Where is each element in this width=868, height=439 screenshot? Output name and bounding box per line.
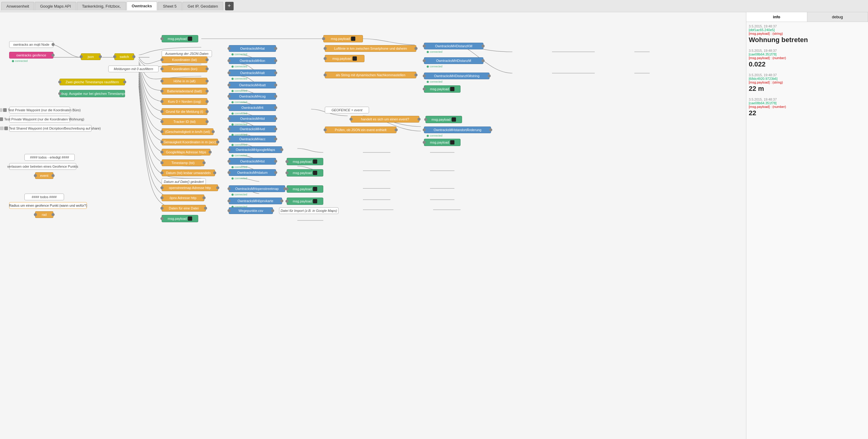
connected-label-standort: connected (427, 134, 442, 137)
debug-entry-1: 3.5.2015, 19:48:37 [dbf1ac65.240e5] [msg… (749, 24, 866, 44)
msg-payload-standort[interactable]: msg.payload (424, 139, 461, 146)
mhtid-node[interactable]: OwntracksMHtid connected (229, 115, 276, 122)
pruefen-json-node[interactable]: Prüfen, ob JSON ein event enthielt (325, 127, 397, 133)
tab-debug[interactable]: debug (807, 12, 868, 22)
port-in (423, 88, 426, 91)
test-wohnung-node[interactable]: Test Private Waypoint (nur die Koordinat… (9, 116, 70, 123)
msg-payload-top-node[interactable]: msg.payload (323, 35, 363, 42)
openstreetmap-node[interactable]: openstreetmap Adresse http (162, 184, 218, 191)
datum-lesbar-node[interactable]: Datum (tst) lesbar umwandeln (162, 169, 215, 176)
luftlinie-node[interactable]: Luftlinie in km zwischen Smartphone und … (325, 45, 416, 52)
event-node[interactable]: event (35, 172, 53, 179)
msg-payload-bottom-node[interactable]: msg.payload (162, 215, 198, 222)
googlemaps-https-node[interactable]: GoogleMaps Adresse https (162, 149, 211, 155)
switch-node[interactable]: switch (114, 53, 134, 60)
test-buero-node[interactable]: Test Private Waypoint (nur die Koordinat… (9, 107, 70, 114)
msg-payload-top2[interactable]: msg.payload (325, 55, 365, 62)
json-node[interactable]: json (81, 53, 101, 60)
batterie-node[interactable]: Batterieladestand (batt) (162, 88, 207, 95)
daten-datei-node[interactable]: Daten für eine Datei (162, 205, 206, 212)
todos-node[interactable]: #### todos #### (24, 194, 64, 200)
port-in (227, 137, 230, 140)
tracker-id-node[interactable]: Tracker ID (tid) (162, 118, 207, 125)
msg-payload-tst[interactable]: msg.payload (287, 158, 323, 165)
mqtt-node[interactable]: owntracks an mqtt Node (9, 41, 53, 48)
distanzm-node[interactable]: OwntracksMHDistanzM connected (424, 57, 484, 64)
debug-ausgabe-node[interactable]: Debug: Ausgabe nur bei gleichen Timestam… (60, 90, 125, 97)
distanzkm-node[interactable]: OwntracksMHDistanzKM connected (424, 43, 484, 50)
mhacc-node[interactable]: OwntracksMHacc connected (229, 136, 276, 143)
mhgooglemaps-node[interactable]: OwntracksMHgoogleMaps connected (229, 146, 282, 153)
msg-payload-datum[interactable]: msg.payload (287, 169, 323, 177)
mht-node[interactable]: OwntracksMHt connected (229, 104, 276, 111)
msg-payload-openstreetmap[interactable]: msg.payload (287, 185, 323, 193)
port-out (52, 43, 55, 46)
msg-payload-top1[interactable]: msg.payload (162, 35, 198, 42)
port-in (227, 187, 230, 190)
oepnv-node[interactable]: öpnv Adresse http (162, 194, 204, 201)
tab-getip[interactable]: Get IP, Geodaten (182, 2, 223, 10)
port-out (216, 140, 219, 144)
tab-info[interactable]: info (746, 12, 807, 22)
msg-payload-handelt[interactable]: msg.payload (426, 116, 462, 123)
verlassen-node[interactable]: verlassen oder betreten eines Geofence P… (9, 163, 76, 170)
mhlon-node[interactable]: OwntracksMHlon connected (229, 57, 276, 64)
todos-erledigt-node[interactable]: #### todos - erledigt #### (24, 154, 75, 161)
geofence-node[interactable]: owntracks geofence connected (9, 52, 53, 59)
tab-anwesenheit[interactable]: Anwesenheit (1, 2, 34, 10)
zwei-gleiche-node[interactable]: Zwei gleiche Timestamps rausfiltern (60, 79, 125, 85)
port-out (482, 59, 485, 62)
hoehe-node[interactable]: Höhe in m (alt) (162, 78, 207, 85)
port-out (206, 58, 209, 61)
tab-bar: Anwesenheit Google Maps API Tankerkönig,… (0, 0, 868, 12)
mhvel-node[interactable]: OwntracksMHvel connected (229, 126, 276, 132)
test-shared-node[interactable]: Test Shared Waypoint (mit Dicription/Bes… (9, 125, 92, 132)
debug-type-3: [msg.payload] : (string) (749, 81, 866, 84)
port-out (274, 160, 277, 163)
mhlat-node[interactable]: OwntracksMHlat connected (229, 45, 276, 52)
als-string-node[interactable]: als String mit dynamischen Nachkommastel… (325, 72, 416, 79)
filter-msg-node[interactable]: Meldungen mit 0 ausfiltern (108, 66, 159, 72)
debug-id-1: [dbf1ac65.240e5] (749, 28, 866, 32)
timestamp-node[interactable]: Timestamp (tst) (162, 159, 204, 166)
tab-google-maps[interactable]: Google Maps API (35, 2, 76, 10)
port-in (160, 171, 163, 175)
genauigkeit-node[interactable]: Genauigkeit Koordinaten in m (acc) (162, 139, 218, 146)
tab-owntracks[interactable]: Owntracks (127, 2, 157, 10)
grund-node[interactable]: Grund für die Meldung (t) (162, 108, 207, 115)
port-in (285, 200, 288, 203)
auswertung-node: Auswertung der JSON Daten (162, 50, 212, 57)
port-in (227, 209, 230, 212)
tab-tankerkoenig[interactable]: Tankerkönig, Fritzbox, (77, 2, 126, 10)
koordinaten-lon-node[interactable]: Koordinaten (lon) (162, 66, 207, 72)
koordinaten-lat-node[interactable]: Koordinaten (lat) (162, 56, 207, 63)
debug-type-1: [msg.payload] : (string) (749, 32, 866, 35)
app-container: Anwesenheit Google Maps API Tankerkönig,… (0, 0, 868, 439)
mhopenstreetmap-node[interactable]: OwntracksMHopenstreetmap connected (229, 185, 285, 192)
standortaenderung-node[interactable]: OwntracksMHstandortÄnderung connected (424, 127, 491, 133)
mhdatum-node[interactable]: OwntracksMHdatum connected (229, 169, 276, 176)
handelt-event-node[interactable]: handelt es sich um einen event? (351, 116, 420, 123)
port-in (285, 171, 288, 175)
add-tab-button[interactable]: + (225, 2, 234, 10)
geschwindigkeit-node[interactable]: (Geschwindigkeit in km/h (vel) (162, 128, 214, 135)
distanzkmstring-node[interactable]: OwntracksMHDistanzKMstring connected (424, 72, 490, 79)
port-in (160, 100, 163, 103)
port-out (417, 118, 421, 121)
radius-node[interactable]: Radius um einen geofence Punkt (wann und… (9, 202, 87, 209)
tab-sheet5[interactable]: Sheet 5 (158, 2, 182, 10)
mhalt-node[interactable]: OwntracksMHalt connected (229, 69, 276, 76)
port-in (160, 196, 163, 199)
msg-payload-distanz[interactable]: msg.payload (424, 85, 461, 93)
msg-payload-oepnv[interactable]: msg.payload (287, 197, 323, 205)
kurs-node[interactable]: Kurs 0 = Norden (cog) (162, 98, 207, 105)
rad-node[interactable]: rad (35, 211, 53, 218)
mhbatt-node[interactable]: OwntracksMHbatt connected (229, 82, 276, 88)
wegepunkte-node[interactable]: Wegepunkte.csv (229, 207, 273, 214)
mhcog-node[interactable]: OwntracksMHcog connected (229, 93, 276, 100)
mhtst-node[interactable]: OwntracksMHtst connected (229, 158, 276, 165)
mhoepnvkarte-node[interactable]: OwntracksMHöpnvkarte connected (229, 197, 282, 204)
datei-import-node: Datei für Import (z.B. in Google Maps) (279, 207, 339, 214)
port-in (227, 199, 230, 202)
port-in (349, 118, 352, 121)
